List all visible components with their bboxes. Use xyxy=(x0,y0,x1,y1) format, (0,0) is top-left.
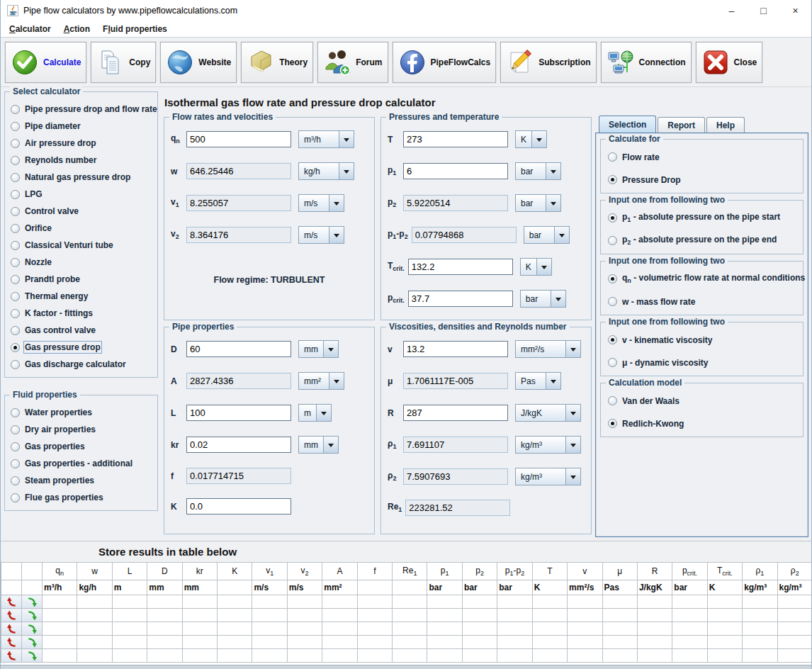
toolbar-button-pipeflowcalcs[interactable]: PipeFlowCalcs xyxy=(393,42,497,83)
load-row-button[interactable] xyxy=(1,595,22,609)
sidebar-item-gas-control-valve[interactable]: Gas control valve xyxy=(7,322,155,339)
tcrit-unit-select[interactable]: K xyxy=(520,258,552,276)
d-unit-select[interactable]: mm xyxy=(298,340,339,358)
pcrit-unit-select[interactable]: bar xyxy=(520,290,566,308)
p1-p2-unit-select[interactable]: bar xyxy=(524,226,570,244)
sidebar-item-k-factor-fittings[interactable]: K factor - fittings xyxy=(7,305,155,322)
option-van-der-waals[interactable]: Van der Waals xyxy=(606,393,798,409)
p1-p2-label: p1-p2 xyxy=(388,229,408,240)
ρ2-unit-select[interactable]: kg/m³ xyxy=(515,468,581,485)
sidebar-item-orifice[interactable]: Orifice xyxy=(7,220,155,237)
p1-unit-select[interactable]: bar xyxy=(515,162,561,180)
l-unit-select[interactable]: m xyxy=(298,404,332,422)
toolbar-button-connection[interactable]: Connection xyxy=(601,42,692,83)
option-flow-rate[interactable]: Flow rate xyxy=(606,149,798,165)
option-pressure-drop[interactable]: Pressure Drop xyxy=(606,172,798,188)
option-redlich-kwong[interactable]: Redlich-Kwong xyxy=(606,415,798,432)
sidebar-item-pipe-diameter[interactable]: Pipe diameter xyxy=(7,118,155,135)
option-p1-absolute-pressure-on-the-pipe-start[interactable]: p1 - absolute pressure on the pipe start xyxy=(606,210,798,226)
option-p2-absolute-pressure-on-the-pipe-end[interactable]: p2 - absolute pressure on the pipe end xyxy=(606,232,798,249)
unit-value: mm² xyxy=(299,373,329,389)
sidebar-item-air-pressure-drop[interactable]: Air pressure drop xyxy=(7,135,155,152)
toolbar-button-copy[interactable]: Copy xyxy=(91,42,156,83)
load-row-button[interactable] xyxy=(1,609,22,622)
sidebar-item-gas-pressure-drop[interactable]: Gas pressure drop xyxy=(7,339,155,356)
v1-unit-select[interactable]: m/s xyxy=(298,194,344,212)
dropdown-arrow-icon xyxy=(531,131,546,147)
tab-help[interactable]: Help xyxy=(706,117,745,133)
minimize-button[interactable]: – xyxy=(716,0,748,21)
toolbar-button-calculate[interactable]: Calculate xyxy=(5,42,86,83)
sidebar-item-gas-properties-additional[interactable]: Gas properties - additional xyxy=(7,455,155,472)
load-row-button[interactable] xyxy=(1,649,22,663)
sidebar-item-classical-venturi-tube[interactable]: Classical Venturi tube xyxy=(7,237,155,254)
toolbar-button-forum[interactable]: Forum xyxy=(317,42,388,83)
option-w-mass-flow-rate[interactable]: w - mass flow rate xyxy=(606,293,798,310)
menu-fluid-properties[interactable]: Fluid properties xyxy=(96,23,174,36)
sidebar-item-reynolds-number[interactable]: Reynolds number xyxy=(7,152,155,169)
empty-cell xyxy=(252,595,287,609)
toolbar-button-website[interactable]: Website xyxy=(160,42,237,83)
tab-report[interactable]: Report xyxy=(658,117,705,133)
l-input[interactable] xyxy=(186,405,291,421)
sidebar-item-gas-properties[interactable]: Gas properties xyxy=(7,438,155,455)
tab-selection[interactable]: Selection xyxy=(599,116,656,133)
sidebar-item-thermal-energy[interactable]: Thermal energy xyxy=(7,288,155,305)
sidebar-item-water-properties[interactable]: Water properties xyxy=(7,404,155,421)
t-unit-select[interactable]: K xyxy=(515,130,547,148)
r-input[interactable] xyxy=(403,405,508,421)
w-unit-select[interactable]: kg/h xyxy=(298,162,354,180)
save-row-button[interactable] xyxy=(22,595,43,609)
field-row-p2: p2bar xyxy=(388,194,585,212)
save-row-button[interactable] xyxy=(22,622,43,636)
option-μ-dynamic-viscosity[interactable]: μ - dynamic viscosity xyxy=(606,354,798,371)
empty-cell xyxy=(357,649,392,663)
p1-input[interactable] xyxy=(403,163,508,179)
qn-unit-select[interactable]: m³/h xyxy=(298,130,354,148)
save-row-button[interactable] xyxy=(22,636,43,649)
load-row-button[interactable] xyxy=(1,622,22,636)
tcrit-input[interactable] xyxy=(408,259,513,275)
v2-unit-select[interactable]: m/s xyxy=(298,226,344,244)
close-window-button[interactable]: × xyxy=(779,0,811,21)
qn-input[interactable] xyxy=(186,131,291,147)
option-qn-volumetric-flow-rate-at-normal-conditio[interactable]: qn - volumetric flow rate at normal cond… xyxy=(606,271,798,287)
v-input[interactable] xyxy=(403,341,508,357)
toolbar-button-close[interactable]: Close xyxy=(696,42,763,83)
k-input[interactable] xyxy=(186,498,291,515)
kr-input[interactable] xyxy=(186,437,291,453)
sidebar-item-natural-gas-pressure-drop[interactable]: Natural gas pressure drop xyxy=(7,169,155,186)
ρ1-unit-select[interactable]: kg/m³ xyxy=(515,436,581,454)
d-input[interactable] xyxy=(186,341,291,357)
option-v-kinematic-viscosity[interactable]: v - kinematic viscosity xyxy=(606,332,798,348)
sidebar-item-lpg[interactable]: LPG xyxy=(7,186,155,203)
kr-unit-select[interactable]: mm xyxy=(298,436,339,454)
p2-unit-select[interactable]: bar xyxy=(515,194,561,212)
table-horizontal-scrollbar[interactable] xyxy=(1,665,811,669)
maximize-button[interactable]: □ xyxy=(748,0,779,21)
μ-unit-select[interactable]: Pas xyxy=(515,372,561,390)
sidebar-item-prandtl-probe[interactable]: Prandtl probe xyxy=(7,271,155,288)
save-row-button[interactable] xyxy=(22,649,43,663)
pcrit-input[interactable] xyxy=(408,291,513,307)
load-row-button[interactable] xyxy=(1,636,22,649)
sidebar-item-control-valve[interactable]: Control valve xyxy=(7,203,155,220)
sidebar-item-flue-gas-properties[interactable]: Flue gas properties xyxy=(7,489,155,506)
sidebar-item-steam-properties[interactable]: Steam properties xyxy=(7,472,155,489)
content-area: Select calculatorPipe pressure drop and … xyxy=(1,87,811,541)
menu-calculator[interactable]: Calculator xyxy=(3,23,57,36)
t-input[interactable] xyxy=(403,131,508,147)
sidebar-item-pipe-pressure-drop-and-flow-rate[interactable]: Pipe pressure drop and flow rate xyxy=(7,101,155,118)
toolbar-button-label: Subscription xyxy=(538,57,590,67)
sidebar-item-nozzle[interactable]: Nozzle xyxy=(7,254,155,271)
sidebar-item-gas-discharge-calculator[interactable]: Gas discharge calculator xyxy=(7,356,155,373)
v-unit-select[interactable]: mm²/s xyxy=(515,340,581,358)
option-label: Steam properties xyxy=(25,476,94,485)
menu-action[interactable]: Action xyxy=(57,23,96,36)
r-unit-select[interactable]: J/kgK xyxy=(515,404,581,422)
a-unit-select[interactable]: mm² xyxy=(298,372,344,390)
toolbar-button-theory[interactable]: Theory xyxy=(241,42,313,83)
save-row-button[interactable] xyxy=(22,609,43,622)
toolbar-button-subscription[interactable]: Subscription xyxy=(500,42,596,83)
sidebar-item-dry-air-properties[interactable]: Dry air properties xyxy=(7,421,155,438)
